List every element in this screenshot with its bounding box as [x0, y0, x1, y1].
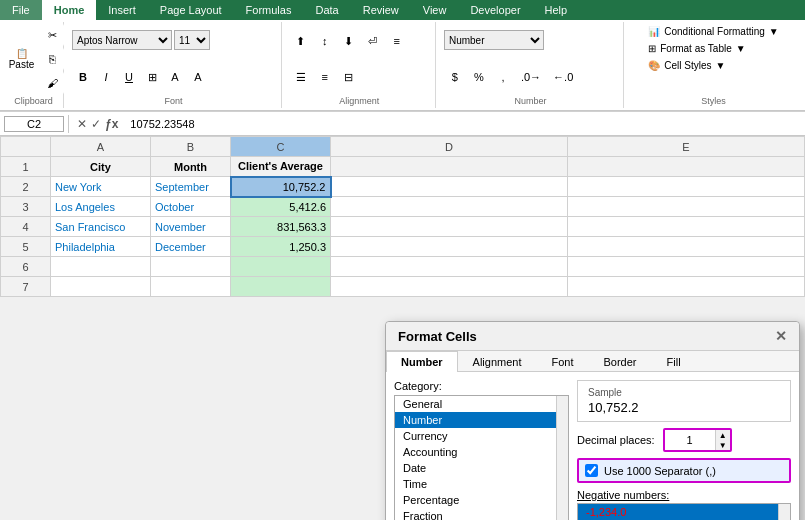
comma-button[interactable]: , — [492, 66, 514, 88]
formula-input[interactable] — [126, 117, 801, 131]
dialog-tab-border[interactable]: Border — [589, 351, 652, 372]
format-as-table-button[interactable]: ⊞ Format as Table ▼ — [641, 41, 752, 56]
cell-styles-button[interactable]: 🎨 Cell Styles ▼ — [641, 58, 732, 73]
align-right-button[interactable]: ≡ — [314, 66, 336, 88]
cell-d4[interactable] — [331, 217, 568, 237]
align-top-button[interactable]: ⬆ — [290, 30, 312, 52]
cell-d7[interactable] — [331, 277, 568, 297]
tab-help[interactable]: Help — [533, 0, 580, 20]
tab-page-layout[interactable]: Page Layout — [148, 0, 234, 20]
tab-file[interactable]: File — [0, 0, 42, 20]
cell-b3[interactable]: October — [151, 197, 231, 217]
decimal-up-button[interactable]: ▲ — [716, 430, 730, 440]
cell-d5[interactable] — [331, 237, 568, 257]
align-left-button[interactable]: ≡ — [386, 30, 408, 52]
cell-a1[interactable]: City — [51, 157, 151, 177]
cancel-formula-icon[interactable]: ✕ — [77, 117, 87, 131]
cell-c6[interactable] — [231, 257, 331, 277]
category-scrollbar[interactable] — [556, 396, 568, 520]
cell-e5[interactable] — [568, 237, 805, 257]
cell-reference-box[interactable] — [4, 116, 64, 132]
confirm-formula-icon[interactable]: ✓ — [91, 117, 101, 131]
cell-a6[interactable] — [51, 257, 151, 277]
cell-b1[interactable]: Month — [151, 157, 231, 177]
category-item-percentage[interactable]: Percentage — [395, 492, 556, 508]
conditional-formatting-button[interactable]: 📊 Conditional Formatting ▼ — [641, 24, 786, 39]
dialog-tab-alignment[interactable]: Alignment — [458, 351, 537, 372]
cell-c4[interactable]: 831,563.3 — [231, 217, 331, 237]
cell-d2[interactable] — [331, 177, 568, 197]
category-item-date[interactable]: Date — [395, 460, 556, 476]
bold-button[interactable]: B — [72, 66, 94, 88]
underline-button[interactable]: U — [118, 66, 140, 88]
cell-a5[interactable]: Philadelphia — [51, 237, 151, 257]
font-color-button[interactable]: A — [187, 66, 209, 88]
font-size-select[interactable]: 11 — [174, 30, 210, 50]
tab-home[interactable]: Home — [42, 0, 97, 20]
category-item-accounting[interactable]: Accounting — [395, 444, 556, 460]
category-item-currency[interactable]: Currency — [395, 428, 556, 444]
category-item-number[interactable]: Number — [395, 412, 556, 428]
negative-scrollbar[interactable] — [778, 504, 790, 520]
cell-b6[interactable] — [151, 257, 231, 277]
insert-function-icon[interactable]: ƒx — [105, 117, 118, 131]
percent-button[interactable]: % — [468, 66, 490, 88]
cell-c7[interactable] — [231, 277, 331, 297]
copy-button[interactable]: ⎘ — [42, 48, 64, 70]
cell-b2[interactable]: September — [151, 177, 231, 197]
decrease-decimal-button[interactable]: ←.0 — [548, 66, 578, 88]
currency-button[interactable]: $ — [444, 66, 466, 88]
cell-b5[interactable]: December — [151, 237, 231, 257]
cell-b7[interactable] — [151, 277, 231, 297]
cell-e3[interactable] — [568, 197, 805, 217]
cell-e4[interactable] — [568, 217, 805, 237]
cell-e6[interactable] — [568, 257, 805, 277]
cell-a7[interactable] — [51, 277, 151, 297]
align-bottom-button[interactable]: ⬇ — [338, 30, 360, 52]
tab-data[interactable]: Data — [303, 0, 350, 20]
cell-d3[interactable] — [331, 197, 568, 217]
number-format-select[interactable]: Number — [444, 30, 544, 50]
tab-insert[interactable]: Insert — [96, 0, 148, 20]
cell-c1[interactable]: Client's Average — [231, 157, 331, 177]
category-item-time[interactable]: Time — [395, 476, 556, 492]
decimal-down-button[interactable]: ▼ — [716, 440, 730, 450]
align-center-button[interactable]: ☰ — [290, 66, 312, 88]
category-item-general[interactable]: General — [395, 396, 556, 412]
tab-review[interactable]: Review — [351, 0, 411, 20]
increase-decimal-button[interactable]: .0→ — [516, 66, 546, 88]
tab-developer[interactable]: Developer — [458, 0, 532, 20]
cell-a2[interactable]: New York — [51, 177, 151, 197]
cell-e2[interactable] — [568, 177, 805, 197]
cell-e1[interactable] — [568, 157, 805, 177]
cell-c5[interactable]: 1,250.3 — [231, 237, 331, 257]
wrap-text-button[interactable]: ⏎ — [362, 30, 384, 52]
neg-item-0[interactable]: -1,234.0 — [578, 504, 778, 520]
cell-a4[interactable]: San Francisco — [51, 217, 151, 237]
paste-button[interactable]: 📋 Paste — [4, 35, 40, 83]
cell-a3[interactable]: Los Angeles — [51, 197, 151, 217]
cell-c2[interactable]: 10,752.2 — [231, 177, 331, 197]
cell-d1[interactable] — [331, 157, 568, 177]
dialog-tab-font[interactable]: Font — [536, 351, 588, 372]
dialog-tab-number[interactable]: Number — [386, 351, 458, 372]
align-middle-button[interactable]: ↕ — [314, 30, 336, 52]
border-button[interactable]: ⊞ — [141, 66, 163, 88]
cut-button[interactable]: ✂ — [42, 24, 64, 46]
dialog-close-button[interactable]: ✕ — [775, 328, 787, 344]
category-item-fraction[interactable]: Fraction — [395, 508, 556, 520]
font-family-select[interactable]: Aptos Narrow — [72, 30, 172, 50]
dialog-tab-fill[interactable]: Fill — [652, 351, 696, 372]
cell-d6[interactable] — [331, 257, 568, 277]
cell-c3[interactable]: 5,412.6 — [231, 197, 331, 217]
cell-b4[interactable]: November — [151, 217, 231, 237]
decimal-input[interactable] — [665, 430, 715, 450]
fill-color-button[interactable]: A — [164, 66, 186, 88]
italic-button[interactable]: I — [95, 66, 117, 88]
merge-button[interactable]: ⊟ — [338, 66, 360, 88]
cell-e7[interactable] — [568, 277, 805, 297]
format-painter-button[interactable]: 🖌 — [42, 72, 64, 94]
separator-checkbox[interactable] — [585, 464, 598, 477]
tab-view[interactable]: View — [411, 0, 459, 20]
tab-formulas[interactable]: Formulas — [234, 0, 304, 20]
